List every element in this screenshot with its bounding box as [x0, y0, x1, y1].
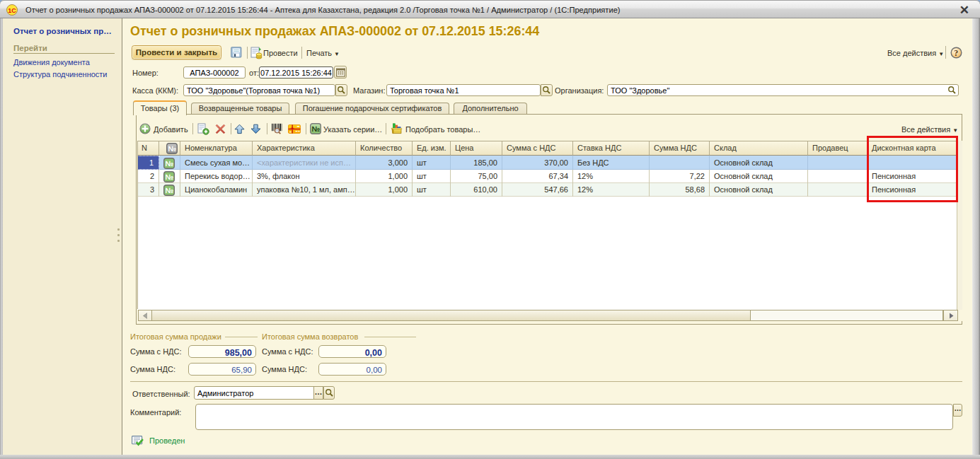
svg-text:?: ? [954, 48, 958, 58]
svg-text:№: № [168, 144, 177, 153]
svg-text:№: № [312, 124, 321, 133]
svg-text:1С: 1С [8, 7, 16, 14]
svg-text:№: № [166, 186, 174, 194]
svg-text:№: № [166, 173, 174, 181]
svg-text:№: № [166, 159, 174, 168]
